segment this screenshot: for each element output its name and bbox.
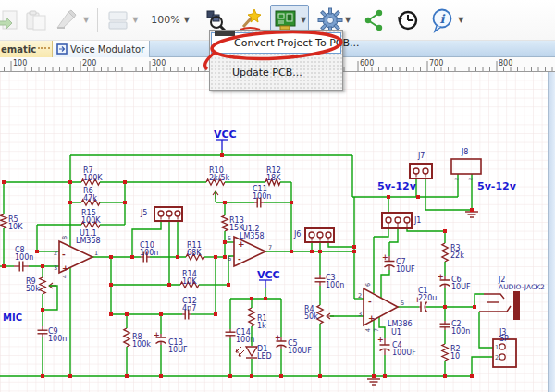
layers-button[interactable]: ▼ [104, 5, 141, 36]
chevron-down-icon: ▼ [345, 16, 351, 24]
svg-text:2: 2 [358, 292, 362, 300]
svg-text:5v-12v: 5v-12v [377, 180, 417, 192]
svg-text:8: 8 [61, 236, 68, 239]
svg-text:100n: 100n [48, 335, 67, 343]
svg-text:-: - [62, 250, 66, 259]
svg-text:AUDIO-JACK2: AUDIO-JACK2 [499, 283, 545, 291]
svg-text:4: 4 [364, 328, 372, 332]
layers-icon [106, 8, 130, 32]
svg-text:1k: 1k [257, 322, 266, 330]
import-icon [0, 8, 18, 32]
svg-text:220u: 220u [418, 294, 437, 302]
svg-text:1: 1 [94, 250, 98, 257]
svg-text:MIC: MIC [3, 312, 22, 323]
svg-text:+: + [154, 331, 160, 339]
svg-text:VCC: VCC [257, 269, 280, 281]
net-label-VCC[interactable]: VCC [214, 129, 237, 141]
svg-text:100: 100 [13, 59, 27, 67]
chevron-down-icon: ▼ [132, 16, 138, 24]
paste-icon [24, 8, 48, 32]
svg-text:4: 4 [61, 275, 68, 278]
tab-schematic-label: ematic [1, 44, 36, 55]
tab-voice-modulator[interactable]: Voice Modulator [53, 41, 150, 57]
zoom-level-button[interactable]: 100% ▼ [146, 5, 192, 36]
svg-text:10K: 10K [182, 277, 197, 286]
menu-item-1[interactable]: Update PCB... [210, 63, 342, 82]
svg-text:+: + [368, 313, 376, 323]
svg-text:J1: J1 [413, 216, 421, 225]
schematic-canvas-area[interactable]: R7100KR647kR15100KR1218KR1168KR1410KR510… [0, 72, 555, 392]
svg-text:3: 3 [54, 264, 57, 272]
schematic-canvas[interactable]: R7100KR647kR15100KR1218KR1168KR1410KR510… [0, 72, 555, 392]
svg-text:J6: J6 [293, 230, 301, 239]
svg-text:100UF: 100UF [392, 349, 416, 357]
info-button[interactable]: i ▼ [427, 5, 466, 36]
svg-text:+: + [438, 273, 444, 281]
svg-text:100k: 100k [132, 340, 151, 349]
net-label-MIC[interactable]: MIC [3, 312, 22, 323]
svg-text:LM386: LM386 [388, 320, 413, 328]
svg-text:+: + [382, 253, 388, 262]
svg-text:J7: J7 [417, 152, 425, 160]
import-button[interactable] [0, 5, 21, 36]
tab-voice-modulator-label: Voice Modulator [70, 44, 144, 55]
chevron-down-icon: ▼ [184, 16, 190, 24]
net-label-5v-12v[interactable]: 5v-12v [377, 180, 417, 192]
svg-text:10UF: 10UF [396, 265, 415, 274]
svg-text:2: 2 [495, 354, 499, 361]
svg-text:2k/5k: 2k/5k [209, 174, 230, 182]
chevron-down-icon: ▼ [301, 16, 306, 24]
svg-text:22k: 22k [450, 251, 464, 260]
svg-text:50k: 50k [26, 285, 40, 293]
delete-button[interactable]: ▼ [51, 5, 92, 36]
svg-text:10K: 10K [8, 223, 23, 231]
svg-text:200: 200 [82, 59, 96, 67]
chevron-down-icon: ▼ [83, 16, 89, 24]
tab-schematic[interactable]: ematic [0, 41, 53, 57]
info-icon: i [430, 7, 456, 33]
svg-text:5: 5 [401, 300, 404, 307]
vertical-scrollbar[interactable] [548, 72, 555, 392]
svg-text:-: - [238, 254, 241, 263]
svg-text:SP: SP [500, 335, 509, 343]
svg-text:10: 10 [450, 352, 460, 361]
share-icon [362, 7, 386, 33]
svg-text:U1: U1 [391, 328, 401, 337]
svg-text:LM358: LM358 [76, 237, 101, 245]
svg-text:~: ~ [454, 176, 459, 183]
svg-text:2: 2 [54, 250, 57, 257]
paste-button[interactable] [21, 5, 51, 36]
svg-text:4n7: 4n7 [182, 304, 196, 312]
svg-text:100n: 100n [253, 192, 271, 201]
svg-text:+: + [62, 263, 69, 273]
history-button[interactable] [392, 5, 424, 36]
svg-text:68K: 68K [187, 249, 202, 257]
component-R2[interactable]: R210 [442, 344, 461, 361]
net-label-VCC[interactable]: VCC [257, 269, 280, 281]
net-label-5v-12v[interactable]: 5v-12v [477, 180, 517, 192]
svg-text:100K: 100K [83, 174, 103, 182]
svg-text:700: 700 [429, 59, 443, 67]
svg-text:47k: 47k [83, 194, 97, 202]
svg-text:1: 1 [495, 344, 499, 351]
svg-text:7: 7 [268, 244, 272, 251]
history-clock-icon [395, 7, 421, 33]
svg-text:800: 800 [499, 59, 512, 67]
delete-icon [54, 8, 81, 32]
svg-text:300: 300 [152, 59, 166, 67]
svg-text:100K: 100K [81, 216, 101, 225]
svg-text:6: 6 [228, 255, 231, 263]
pressed-button-shadow [215, 31, 235, 36]
svg-text:3: 3 [358, 311, 362, 318]
svg-text:100n: 100n [451, 327, 470, 336]
svg-text:J5: J5 [140, 209, 147, 217]
application-window: ▼ ▼ 100% ▼ [0, 0, 555, 392]
svg-text:7: 7 [373, 328, 380, 332]
component-R14[interactable]: R1410K [180, 270, 199, 288]
pcb-dropdown-menu: Convert Project To PCB...Update PCB... [209, 30, 343, 91]
svg-text:6: 6 [364, 283, 372, 287]
svg-text:18K: 18K [266, 174, 281, 182]
svg-text:5: 5 [228, 235, 231, 242]
share-button[interactable] [359, 5, 388, 36]
svg-text:5v-12v: 5v-12v [477, 180, 517, 192]
